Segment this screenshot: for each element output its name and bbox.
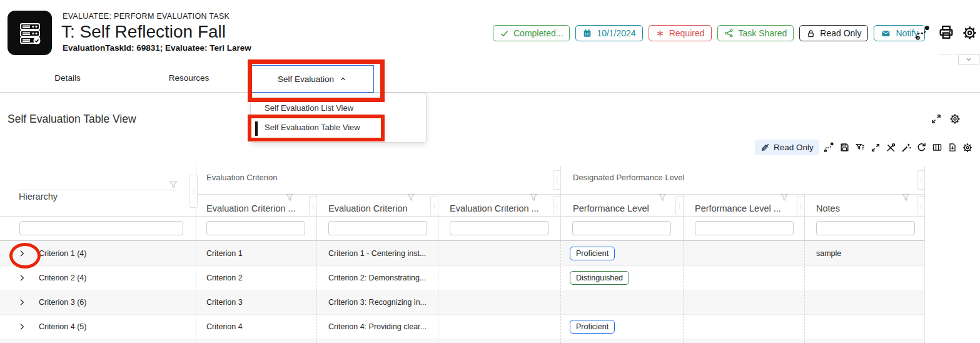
view-actions bbox=[931, 113, 961, 125]
expand-icon[interactable] bbox=[931, 113, 942, 125]
columns-icon[interactable] bbox=[931, 142, 943, 153]
menu-item-table-view[interactable]: Self Evaluation Table View bbox=[251, 118, 426, 137]
chevron-right-icon bbox=[18, 274, 26, 282]
server-logo-icon bbox=[16, 19, 44, 48]
tab-self-evaluation[interactable]: Self Evaluation bbox=[251, 65, 374, 93]
filter-input-criterion-number[interactable] bbox=[206, 221, 305, 235]
filter-input-criterion-extra[interactable] bbox=[450, 221, 549, 235]
notes-cell: sample bbox=[816, 249, 841, 258]
column-border bbox=[438, 241, 438, 343]
grid-toolbar bbox=[823, 141, 973, 153]
filter-funnel-icon[interactable] bbox=[407, 193, 417, 202]
column-header-criterion-extra[interactable]: Evaluation Criterion ... bbox=[450, 203, 539, 213]
filter-funnel-icon[interactable] bbox=[780, 193, 790, 202]
chevron-down-icon bbox=[965, 56, 972, 63]
hierarchy-cell: Criterion 4 (5) bbox=[39, 322, 86, 331]
page-title: Self Evaluation Table View bbox=[8, 113, 136, 126]
read-only-badge[interactable]: Read Only bbox=[799, 25, 868, 41]
chevron-right-icon bbox=[18, 322, 26, 331]
map-route-icon[interactable] bbox=[914, 24, 931, 41]
hierarchy-cell: Criterion 3 (6) bbox=[39, 298, 86, 307]
criterion-number-cell: Criterion 2 bbox=[206, 274, 243, 282]
filter-funnel-icon[interactable] bbox=[658, 193, 668, 202]
filter-funnel-icon[interactable] bbox=[285, 193, 295, 202]
printer-icon[interactable] bbox=[937, 24, 955, 41]
completed-badge[interactable]: Completed... bbox=[493, 25, 570, 41]
expand-row-button[interactable] bbox=[18, 249, 26, 258]
table-row: Criterion 3 (6) Criterion 3 Criterion 3:… bbox=[0, 290, 924, 315]
filter-input-performance-level-extra[interactable] bbox=[695, 221, 794, 235]
expand-icon[interactable] bbox=[871, 143, 881, 153]
task-type-eyebrow: EVALUATEE: PERFORM EVALUATION TASK bbox=[63, 12, 230, 21]
column-header-criterion-number[interactable]: Evaluation Criterion ... bbox=[206, 203, 296, 213]
tabbar-divider bbox=[0, 92, 980, 93]
filter-input-performance-level[interactable] bbox=[572, 221, 671, 235]
save-icon[interactable] bbox=[839, 142, 850, 153]
refresh-icon[interactable] bbox=[916, 142, 927, 153]
expand-row-button[interactable] bbox=[18, 274, 26, 282]
collapse-header-button[interactable] bbox=[958, 54, 979, 64]
panel-divider bbox=[938, 54, 958, 54]
table-row: Criterion 2 (4) Criterion 2 Criterion 2:… bbox=[0, 265, 924, 290]
drag-handle-icon[interactable]: ⋮ bbox=[430, 196, 438, 215]
header-actions bbox=[914, 24, 978, 41]
column-header-hierarchy[interactable]: Hierarchy bbox=[19, 192, 58, 202]
filter-row-divider bbox=[0, 216, 924, 217]
performance-level-badge[interactable]: Proficient bbox=[570, 320, 615, 334]
filter-funnel-icon[interactable] bbox=[901, 193, 911, 202]
column-header-notes[interactable]: Notes bbox=[816, 203, 840, 213]
performance-level-badge[interactable]: Distinguished bbox=[570, 271, 629, 285]
criterion-number-cell: Criterion 1 bbox=[206, 249, 243, 258]
gear-icon[interactable] bbox=[949, 113, 961, 125]
column-header-performance-level-extra[interactable]: Performance Level ... bbox=[695, 203, 781, 213]
drag-handle-icon[interactable]: ⋮ bbox=[553, 170, 561, 190]
drag-handle-icon[interactable]: ⋮ bbox=[189, 175, 198, 208]
table-right-border bbox=[924, 241, 925, 343]
lock-icon bbox=[806, 29, 816, 38]
chevron-right-icon bbox=[18, 298, 26, 307]
performance-level-badge[interactable]: Proficient bbox=[570, 247, 615, 260]
due-date-badge[interactable]: 10/1/2024 bbox=[575, 25, 642, 41]
task-title: T: Self Reflection Fall bbox=[61, 22, 226, 42]
table-row: Criterion 4 (5) Criterion 4 Criterion 4:… bbox=[0, 314, 924, 339]
criterion-number-cell: Criterion 4 bbox=[206, 322, 243, 331]
drag-handle-icon[interactable]: ⋮ bbox=[675, 196, 684, 215]
task-shared-badge[interactable]: Task Shared bbox=[717, 25, 794, 41]
file-download-icon[interactable] bbox=[947, 142, 957, 153]
header-row-divider bbox=[19, 190, 178, 190]
criterion-cell: Criterion 4: Providing clear... bbox=[328, 322, 427, 331]
drag-handle-icon[interactable]: ⋮ bbox=[797, 196, 805, 215]
column-border bbox=[683, 241, 684, 343]
table-row-partial bbox=[0, 339, 924, 343]
pencil-slash-icon bbox=[760, 143, 770, 152]
menu-item-list-view[interactable]: Self Evaluation List View bbox=[251, 98, 426, 118]
filter-funnel-icon[interactable] bbox=[169, 180, 179, 190]
grid-readonly-chip[interactable]: Read Only bbox=[755, 140, 819, 155]
drag-handle-icon[interactable]: ⋮ bbox=[917, 170, 925, 190]
drag-handle-icon[interactable]: ⋮ bbox=[917, 196, 925, 215]
tab-resources[interactable]: Resources bbox=[163, 69, 216, 87]
gear-icon[interactable] bbox=[962, 142, 973, 153]
filter-funnel-icon[interactable] bbox=[529, 193, 539, 202]
column-header-performance-level[interactable]: Performance Level bbox=[573, 203, 649, 213]
tab-details[interactable]: Details bbox=[48, 69, 86, 87]
required-badge[interactable]: Required bbox=[649, 25, 712, 41]
expand-row-button[interactable] bbox=[18, 322, 26, 331]
map-route-icon[interactable] bbox=[823, 141, 835, 153]
gear-icon[interactable] bbox=[961, 24, 978, 41]
magic-wand-icon[interactable] bbox=[901, 142, 912, 153]
column-header-criterion[interactable]: Evaluation Criterion bbox=[328, 203, 408, 213]
drag-handle-icon[interactable]: ⋮ bbox=[553, 196, 561, 215]
tools-icon[interactable] bbox=[885, 142, 896, 153]
calendar-icon bbox=[582, 28, 592, 38]
filter-input-notes[interactable] bbox=[816, 221, 915, 235]
asterisk-icon bbox=[655, 29, 665, 38]
column-border bbox=[196, 241, 196, 343]
filter-input-hierarchy[interactable] bbox=[19, 221, 183, 235]
filter-list-icon[interactable] bbox=[854, 142, 866, 153]
self-evaluation-menu: Self Evaluation List View Self Evaluatio… bbox=[250, 93, 427, 143]
drag-handle-icon[interactable]: ⋮ bbox=[309, 196, 317, 215]
expand-row-button[interactable] bbox=[18, 298, 26, 307]
chevron-right-icon bbox=[18, 249, 26, 258]
filter-input-criterion[interactable] bbox=[328, 221, 427, 235]
